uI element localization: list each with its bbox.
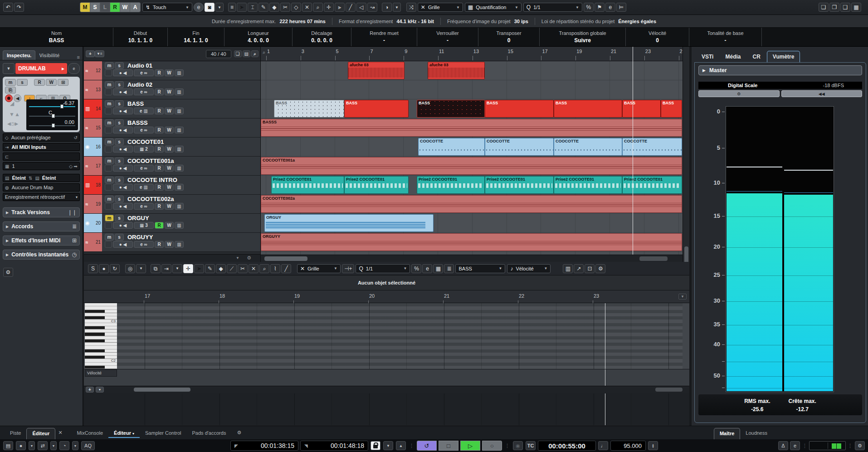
record-monitor-group[interactable]: ● ◀ — [113, 222, 133, 229]
lowerzone-tab-pads-d-accords[interactable]: Pads d'accords — [187, 428, 232, 438]
track-row-orguy[interactable]: ◉20msORGUY ● ◀▦ 3RW▥ — [84, 214, 260, 233]
ed-zoom-tool[interactable]: ⌕ — [259, 264, 269, 273]
white-key[interactable] — [85, 363, 117, 366]
event-display[interactable]: ⌕ 135791113151719212325 afuche 03afuche … — [261, 47, 683, 262]
master-section-bar[interactable]: ▶ Master — [698, 65, 862, 75]
range-select-tool[interactable]: ⌶ — [248, 3, 258, 12]
lowerzone-tab-mixconsole[interactable]: MixConsole — [72, 428, 108, 438]
editor-part-dropdown[interactable]: BASS▼ — [455, 264, 505, 273]
black-key[interactable] — [85, 310, 117, 313]
metronome-icon[interactable]: Δ — [778, 441, 788, 450]
track-write-button[interactable]: W — [165, 241, 174, 248]
track-write-button[interactable]: W — [165, 108, 174, 114]
punch-out-button[interactable]: ▲ — [396, 441, 406, 450]
white-key[interactable] — [85, 323, 117, 326]
solo-editor-icon[interactable]: S — [88, 264, 98, 273]
black-key[interactable] — [85, 339, 117, 343]
edit-instrument-icon[interactable]: e — [68, 63, 80, 74]
line-tool[interactable]: ╱ — [346, 3, 356, 12]
white-key[interactable] — [85, 346, 117, 349]
delay-row[interactable]: 0.00 — [29, 119, 75, 129]
tempo-stepper[interactable]: ▴▾ — [648, 441, 658, 450]
record-monitor-group[interactable]: ● ◀ — [113, 241, 133, 248]
inspector-section-track-versions[interactable]: ▶Track Versions❘❘ — [3, 207, 80, 217]
white-key[interactable]: C2 — [85, 359, 117, 362]
event-teal[interactable]: Prise2 COCOOTE01 — [344, 176, 409, 194]
flag-icon[interactable]: ⚑ — [595, 3, 605, 12]
track-lanes-button[interactable]: ▥ — [175, 146, 184, 152]
track-write-button[interactable]: W — [165, 222, 174, 229]
instrument-banner[interactable]: DRUMLAB▸ — [15, 63, 67, 74]
time-format-button[interactable]: TC — [526, 441, 536, 450]
info-column-rendre-muet[interactable]: Rendre muet- — [351, 28, 417, 46]
draw-tool[interactable]: ✎ — [258, 3, 268, 12]
event-audio-long[interactable]: ORGUYY — [261, 233, 682, 251]
record-monitor-group[interactable]: ● ◀ — [113, 88, 133, 95]
track-solo-button[interactable]: s — [115, 177, 124, 183]
erase-tool[interactable]: ◆ — [269, 3, 279, 12]
track-select-box[interactable] — [105, 203, 112, 210]
track-read-button[interactable]: R — [155, 203, 164, 210]
audition-tool[interactable]: ◁ — [356, 3, 366, 12]
chevron-down-icon[interactable]: ▼ — [136, 264, 146, 273]
zone-tab-piste[interactable]: Piste — [5, 428, 26, 438]
right-tab-mdia[interactable]: Média — [720, 51, 746, 62]
track-solo-button[interactable]: s — [115, 81, 124, 88]
ed-mute-tool[interactable]: ✕ — [249, 264, 258, 273]
ed-rel-icon[interactable]: ⊣+ — [342, 264, 354, 273]
tab-inspector[interactable]: Inspecteu. — [3, 50, 35, 60]
ed-display-icon[interactable]: ◎ — [125, 264, 135, 273]
mute-button[interactable]: m — [5, 79, 16, 86]
freeze-icon[interactable]: ⎘ — [5, 87, 16, 93]
track-row-cocoote01[interactable]: ◉16msCOCOOTE01 ● ◀▦ 2RW▥ — [84, 138, 260, 157]
ed-trim-tool[interactable]: ⟋ — [227, 264, 237, 273]
track-row-cocoote-intro[interactable]: ▥18msCOCOOTE INTRO ● ◀e ▥RW▥ — [84, 176, 260, 195]
glue-tool[interactable]: ◇ — [291, 3, 301, 12]
track-solo-button[interactable]: s — [115, 62, 124, 69]
record-monitor-group[interactable]: ● ◀ — [113, 69, 133, 76]
track-write-button[interactable]: W — [165, 88, 174, 95]
hand-tool[interactable]: ✛ — [324, 3, 334, 12]
info-column-fin[interactable]: Fin14. 1. 1. 0 — [168, 28, 224, 46]
color-dropdown[interactable]: ▼ — [393, 3, 401, 12]
track-read-button[interactable]: R — [155, 241, 164, 248]
arrange-hscrollbar[interactable] — [261, 255, 683, 262]
track-solo-button[interactable]: s — [115, 234, 124, 241]
close-lower-zone-icon[interactable]: ✕ — [55, 427, 65, 438]
hscroll-thumb[interactable] — [264, 256, 307, 261]
track-read-button[interactable]: R — [155, 165, 164, 172]
locator-jump-icon[interactable]: ⇄ — [38, 441, 48, 450]
editor-controller-dropdown[interactable]: ♪Vélocité▼ — [507, 264, 551, 273]
playhead[interactable] — [633, 47, 633, 255]
record-monitor-group[interactable]: ● ◀ — [113, 108, 133, 114]
zoom-tool[interactable]: ⌕ — [313, 3, 323, 12]
edit-freeze-group[interactable]: e ∞ — [134, 165, 154, 172]
punch-lock-button[interactable] — [371, 441, 380, 450]
info-column-transposition-globale[interactable]: Transposition globaleSuivre — [540, 28, 626, 46]
track-solo-button[interactable]: s — [115, 215, 124, 221]
track-preset-button[interactable]: ▼≡ — [95, 50, 104, 57]
track-read-button[interactable]: R — [155, 184, 164, 191]
edit-freeze-group[interactable]: e ∞ — [134, 241, 154, 248]
retro-record-row[interactable]: Enregistrement rétrospectif ▾ — [3, 193, 80, 201]
editor-quantize-dropdown[interactable]: Q1/1▼ — [356, 264, 410, 273]
rightzone-tab-matre[interactable]: Maître — [714, 428, 740, 440]
track-write-button[interactable]: W — [165, 127, 174, 133]
ed-popout-icon[interactable]: ↗ — [574, 264, 584, 273]
event-audio-long[interactable]: COCOOTTE002a — [261, 195, 682, 213]
track-lanes-button[interactable]: ▥ — [175, 222, 184, 229]
track-select-box[interactable] — [105, 222, 112, 229]
inspector-row[interactable]: ◇Aucun préréglage↺ — [3, 133, 80, 142]
edit-freeze-group[interactable]: e ∞ — [134, 127, 154, 133]
info-column-verrouiller[interactable]: Verrouiller- — [417, 28, 478, 46]
chevron-down-icon[interactable]: ▼ — [172, 264, 182, 273]
black-key[interactable] — [85, 333, 117, 336]
track-read-button[interactable]: R — [155, 222, 164, 229]
play-button[interactable]: ▷ — [460, 441, 480, 451]
toolbox-menu-icon[interactable]: ≡ — [228, 3, 236, 12]
white-key[interactable] — [85, 329, 117, 333]
info-column-d-calage[interactable]: Décalage0. 0. 0. 0 — [293, 28, 351, 46]
right-tab-vsti[interactable]: VSTi — [696, 51, 719, 62]
ed-split-tool[interactable]: ✂ — [238, 264, 248, 273]
undo-icon[interactable]: ↶ — [3, 3, 13, 12]
